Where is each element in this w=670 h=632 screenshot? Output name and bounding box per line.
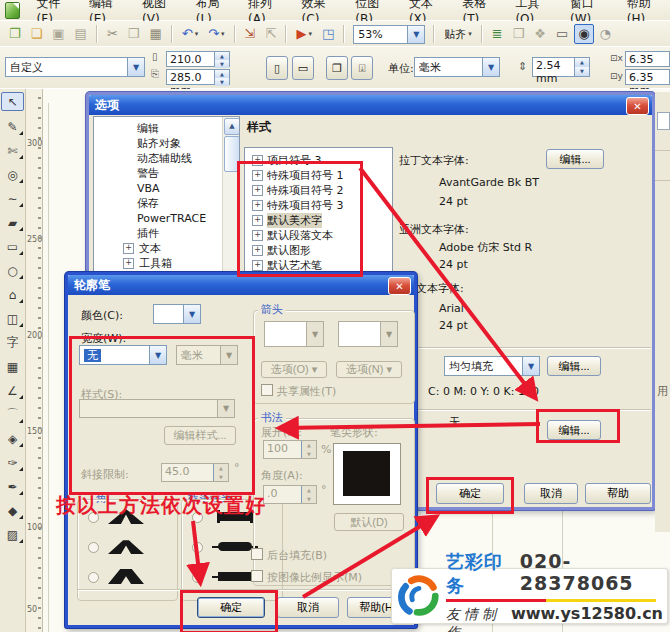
other-font-value: Arial <box>439 302 464 315</box>
partial-hidden-icon[interactable]: ◔ <box>596 24 615 44</box>
default-button: 默认(D) <box>334 513 404 531</box>
close-icon[interactable]: ✕ <box>626 97 649 115</box>
undo-icon[interactable]: ↶▾ <box>178 24 202 44</box>
open-icon[interactable]: ❏ <box>27 24 47 44</box>
eyedropper-tool[interactable]: ✑ <box>2 454 23 471</box>
chevron-down-icon[interactable]: ▼ <box>127 58 144 76</box>
options-tree-items: 编辑贴齐对象动态辅助线警告VBA保存PowerTRACE插件+文本+工具箱+自定… <box>94 117 239 286</box>
spin-up-icon[interactable]: ▲ <box>575 58 589 67</box>
pick-tool[interactable]: ↖ <box>1 92 24 111</box>
table-tool[interactable]: ▦ <box>2 358 23 375</box>
chevron-down-icon[interactable]: ▼ <box>482 58 499 76</box>
outline-cancel-button[interactable]: 取消 <box>277 597 339 618</box>
options-dialog-titlebar[interactable]: 选项 ✕ <box>89 95 652 115</box>
freehand-tool[interactable]: ∼ <box>2 190 23 207</box>
new-document-icon[interactable]: ❐ <box>5 24 25 44</box>
snap-menu[interactable]: 贴齐 ▾ <box>440 24 476 45</box>
toolbar-divider <box>343 25 345 43</box>
zoom-tool[interactable]: ◎ <box>2 166 23 183</box>
units-value: 毫米 <box>415 58 482 76</box>
print-icon[interactable]: ▤ <box>71 24 91 44</box>
spin-down-icon[interactable]: ▼ <box>215 60 229 68</box>
ruler-label: 50 <box>27 605 37 614</box>
corner-bevel-radio[interactable] <box>88 572 99 583</box>
landscape-button[interactable]: ▭ <box>292 56 314 80</box>
dimension-tool[interactable]: ∠ <box>2 382 23 399</box>
polygon-tool[interactable]: ⌂ <box>2 286 23 303</box>
options-help-button[interactable]: 帮助 <box>585 483 651 504</box>
color-picker[interactable]: ▼ <box>153 304 201 324</box>
ellipse-tool[interactable]: ○ <box>2 262 23 279</box>
fill-tool[interactable]: ◆ <box>2 502 23 519</box>
smart-fill-tool[interactable]: ▰ <box>2 214 23 231</box>
interactive-fill-tool[interactable]: ▨ <box>2 526 23 543</box>
scale-with-image-checkbox[interactable] <box>251 570 263 582</box>
outline-pen-tool[interactable]: ✒ <box>2 478 23 495</box>
nudge-field[interactable]: 2.54 mm ▲▼ <box>532 57 590 77</box>
enhanced-view-icon[interactable]: ◉ <box>574 24 593 44</box>
paste-icon[interactable]: ▦ <box>145 24 165 44</box>
export-office-icon[interactable]: ❒ <box>509 24 529 44</box>
units-label: 单位: <box>388 61 414 76</box>
edit-latin-font-button[interactable]: 编辑... <box>546 149 604 169</box>
spin-up-icon[interactable]: ▲ <box>215 70 229 78</box>
share-attributes-checkbox[interactable] <box>261 384 273 396</box>
export-icon[interactable]: ⇱ <box>262 24 281 44</box>
copy-icon[interactable]: ❒ <box>124 24 144 44</box>
zoom-level-combo[interactable]: 53% ▼ <box>353 25 425 44</box>
duplicate-x-field[interactable]: 6.35 mm <box>625 51 670 67</box>
calligraphy-label: 书法 <box>258 410 286 425</box>
application-launcher-icon[interactable]: ▶▾ <box>292 24 316 44</box>
current-page-button[interactable]: ⍗ <box>351 56 373 80</box>
behind-fill-checkbox[interactable] <box>251 548 263 560</box>
outline-pen-titlebar[interactable]: 轮廓笔 ✕ <box>68 275 414 295</box>
units-combo[interactable]: 毫米 ▼ <box>414 57 500 77</box>
corel-online-icon[interactable]: ◳ <box>318 24 338 44</box>
chevron-down-icon[interactable]: ▼ <box>183 305 200 323</box>
cap-round-radio[interactable] <box>192 542 203 553</box>
duplicate-icon[interactable]: ❖ <box>530 24 550 44</box>
paper-width-field[interactable]: 210.0 mm ▲▼ <box>166 51 230 67</box>
options-cancel-button[interactable]: 取消 <box>524 483 578 504</box>
other-font-label: 文本字体: <box>416 281 464 296</box>
asian-font-label: 亚洲文本字体: <box>399 222 469 237</box>
text-tool[interactable]: 字 <box>2 334 23 351</box>
text-frame-icon[interactable]: ▭ <box>552 24 572 44</box>
chevron-down-icon[interactable]: ▼ <box>522 357 539 375</box>
save-icon[interactable]: ▣ <box>48 24 68 44</box>
nib-preview <box>333 443 401 505</box>
crop-tool[interactable]: ✄ <box>2 142 23 159</box>
toolbar-divider <box>433 25 435 43</box>
import-icon[interactable]: ⇲ <box>241 24 260 44</box>
spin-down-icon[interactable]: ▼ <box>215 78 229 86</box>
corner-round-radio[interactable] <box>88 542 99 553</box>
nudge-value: 2.54 mm <box>533 58 574 76</box>
all-pages-button[interactable]: ❐ <box>326 56 348 80</box>
paper-height-icon: ⎘ <box>151 68 159 80</box>
connector-tool[interactable]: ⌒ <box>2 406 23 423</box>
close-icon[interactable]: ✕ <box>388 277 411 295</box>
view-manager-icon[interactable]: ≣ <box>488 24 507 44</box>
chevron-down-icon[interactable]: ▼ <box>407 26 424 43</box>
shape-tool[interactable]: ✎ <box>2 118 23 135</box>
edit-fill-button[interactable]: 编辑... <box>547 356 601 376</box>
duplicate-y-field[interactable]: 6.35 mm <box>625 69 670 85</box>
redo-icon[interactable]: ↷▾ <box>204 24 228 44</box>
portrait-button[interactable]: ▯ <box>266 56 288 80</box>
cap-square-radio[interactable] <box>192 572 203 583</box>
spin-down-icon[interactable]: ▼ <box>575 67 589 76</box>
docker-sliver: 用 <box>655 92 670 532</box>
arrow-options-o-button: 选项(O) ▾ <box>261 361 327 378</box>
blend-tool[interactable]: ◈ <box>2 430 23 447</box>
ruler-label: 200 <box>27 331 42 340</box>
basic-shapes-tool[interactable]: ◫ <box>2 310 23 327</box>
spin-up-icon[interactable]: ▲ <box>215 52 229 60</box>
cut-icon[interactable]: ✂ <box>103 24 122 44</box>
preset-combo[interactable]: 自定义 ▼ <box>5 57 145 77</box>
rectangle-tool[interactable]: ▭ <box>2 238 23 255</box>
asian-font-value: Adobe 仿宋 Std R <box>439 240 532 255</box>
scroll-up-icon[interactable]: ▲ <box>224 118 240 135</box>
cap-square-icon <box>218 572 252 581</box>
fill-type-combo[interactable]: 均匀填充 ▼ <box>444 356 540 376</box>
paper-height-field[interactable]: 285.0 mm ▲▼ <box>166 69 230 85</box>
